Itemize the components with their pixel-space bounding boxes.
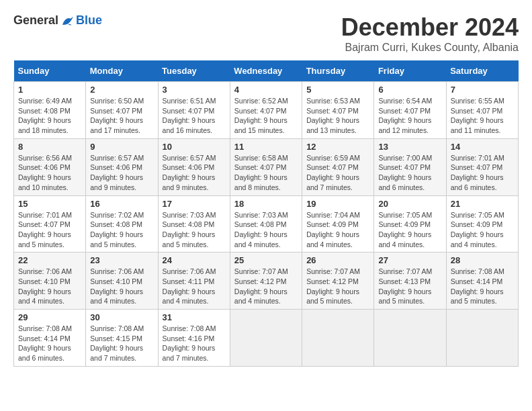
day-info: Sunrise: 7:07 AM Sunset: 4:12 PM Dayligh… — [306, 267, 369, 306]
title-section: December 2024 Bajram Curri, Kukes County… — [341, 13, 519, 54]
calendar-week-row: 15 Sunrise: 7:01 AM Sunset: 4:07 PM Dayl… — [14, 195, 519, 253]
day-info: Sunrise: 7:07 AM Sunset: 4:12 PM Dayligh… — [234, 267, 298, 306]
day-info: Sunrise: 7:06 AM Sunset: 4:10 PM Dayligh… — [90, 267, 153, 306]
page-container: General Blue December 2024 Bajram Curri,… — [13, 13, 519, 367]
table-row: 30 Sunrise: 7:08 AM Sunset: 4:15 PM Dayl… — [86, 310, 158, 367]
day-info: Sunrise: 7:03 AM Sunset: 4:08 PM Dayligh… — [163, 210, 226, 250]
day-number: 24 — [163, 255, 226, 265]
table-row: 13 Sunrise: 7:00 AM Sunset: 4:07 PM Dayl… — [374, 138, 446, 195]
day-number: 22 — [18, 255, 81, 265]
table-row: 26 Sunrise: 7:07 AM Sunset: 4:12 PM Dayl… — [302, 253, 374, 310]
table-row: 2 Sunrise: 6:50 AM Sunset: 4:07 PM Dayli… — [86, 82, 158, 139]
table-row: 25 Sunrise: 7:07 AM Sunset: 4:12 PM Dayl… — [230, 253, 302, 310]
day-number: 15 — [18, 199, 81, 209]
day-info: Sunrise: 6:50 AM Sunset: 4:07 PM Dayligh… — [90, 96, 153, 136]
table-row: 19 Sunrise: 7:04 AM Sunset: 4:09 PM Dayl… — [302, 195, 374, 253]
logo-general-text: General — [13, 13, 58, 28]
logo-blue-text: Blue — [76, 13, 102, 28]
day-info: Sunrise: 6:55 AM Sunset: 4:07 PM Dayligh… — [451, 96, 514, 136]
day-info: Sunrise: 6:59 AM Sunset: 4:07 PM Dayligh… — [306, 153, 369, 193]
table-row: 6 Sunrise: 6:54 AM Sunset: 4:07 PM Dayli… — [374, 82, 446, 139]
day-info: Sunrise: 6:52 AM Sunset: 4:07 PM Dayligh… — [234, 96, 298, 136]
day-info: Sunrise: 7:00 AM Sunset: 4:07 PM Dayligh… — [378, 153, 441, 193]
table-row: 4 Sunrise: 6:52 AM Sunset: 4:07 PM Dayli… — [230, 82, 302, 139]
day-number: 20 — [378, 199, 441, 209]
day-number: 29 — [18, 312, 81, 322]
day-number: 12 — [306, 142, 369, 152]
day-info: Sunrise: 7:08 AM Sunset: 4:14 PM Dayligh… — [18, 324, 81, 363]
day-number: 9 — [90, 142, 153, 152]
day-number: 18 — [234, 199, 298, 209]
col-friday: Friday — [374, 60, 446, 82]
table-row: 29 Sunrise: 7:08 AM Sunset: 4:14 PM Dayl… — [14, 310, 86, 367]
day-number: 6 — [378, 85, 441, 95]
day-number: 17 — [163, 199, 226, 209]
day-info: Sunrise: 7:07 AM Sunset: 4:13 PM Dayligh… — [378, 267, 441, 306]
day-info: Sunrise: 7:01 AM Sunset: 4:07 PM Dayligh… — [18, 210, 81, 250]
logo: General Blue — [13, 13, 102, 28]
day-number: 30 — [90, 312, 153, 322]
day-info: Sunrise: 7:02 AM Sunset: 4:08 PM Dayligh… — [90, 210, 153, 250]
table-row: 22 Sunrise: 7:06 AM Sunset: 4:10 PM Dayl… — [14, 253, 86, 310]
calendar-header-row: Sunday Monday Tuesday Wednesday Thursday… — [14, 60, 519, 82]
day-info: Sunrise: 6:57 AM Sunset: 4:06 PM Dayligh… — [163, 153, 226, 193]
table-row: 15 Sunrise: 7:01 AM Sunset: 4:07 PM Dayl… — [14, 195, 86, 253]
day-number: 19 — [306, 199, 369, 209]
day-number: 23 — [90, 255, 153, 265]
day-number: 8 — [18, 142, 81, 152]
table-row: 1 Sunrise: 6:49 AM Sunset: 4:08 PM Dayli… — [14, 82, 86, 139]
table-row — [446, 310, 518, 367]
day-number: 14 — [451, 142, 514, 152]
calendar-week-row: 22 Sunrise: 7:06 AM Sunset: 4:10 PM Dayl… — [14, 253, 519, 310]
day-number: 4 — [234, 85, 298, 95]
col-monday: Monday — [86, 60, 158, 82]
table-row: 14 Sunrise: 7:01 AM Sunset: 4:07 PM Dayl… — [446, 138, 518, 195]
day-number: 16 — [90, 199, 153, 209]
day-number: 13 — [378, 142, 441, 152]
table-row: 17 Sunrise: 7:03 AM Sunset: 4:08 PM Dayl… — [158, 195, 230, 253]
table-row — [374, 310, 446, 367]
table-row: 21 Sunrise: 7:05 AM Sunset: 4:09 PM Dayl… — [446, 195, 518, 253]
day-info: Sunrise: 7:01 AM Sunset: 4:07 PM Dayligh… — [451, 153, 514, 193]
day-info: Sunrise: 7:05 AM Sunset: 4:09 PM Dayligh… — [451, 210, 514, 250]
day-info: Sunrise: 6:57 AM Sunset: 4:06 PM Dayligh… — [90, 153, 153, 193]
table-row: 27 Sunrise: 7:07 AM Sunset: 4:13 PM Dayl… — [374, 253, 446, 310]
table-row: 24 Sunrise: 7:06 AM Sunset: 4:11 PM Dayl… — [158, 253, 230, 310]
calendar-week-row: 8 Sunrise: 6:56 AM Sunset: 4:06 PM Dayli… — [14, 138, 519, 195]
table-row: 18 Sunrise: 7:03 AM Sunset: 4:08 PM Dayl… — [230, 195, 302, 253]
header: General Blue December 2024 Bajram Curri,… — [13, 13, 519, 54]
day-number: 21 — [451, 199, 514, 209]
day-number: 11 — [234, 142, 298, 152]
col-saturday: Saturday — [446, 60, 518, 82]
table-row: 7 Sunrise: 6:55 AM Sunset: 4:07 PM Dayli… — [446, 82, 518, 139]
table-row: 16 Sunrise: 7:02 AM Sunset: 4:08 PM Dayl… — [86, 195, 158, 253]
day-number: 26 — [306, 255, 369, 265]
table-row: 31 Sunrise: 7:08 AM Sunset: 4:16 PM Dayl… — [158, 310, 230, 367]
table-row: 23 Sunrise: 7:06 AM Sunset: 4:10 PM Dayl… — [86, 253, 158, 310]
day-number: 5 — [306, 85, 369, 95]
day-number: 7 — [451, 85, 514, 95]
table-row: 20 Sunrise: 7:05 AM Sunset: 4:09 PM Dayl… — [374, 195, 446, 253]
col-thursday: Thursday — [302, 60, 374, 82]
table-row: 10 Sunrise: 6:57 AM Sunset: 4:06 PM Dayl… — [158, 138, 230, 195]
day-number: 25 — [234, 255, 298, 265]
table-row: 9 Sunrise: 6:57 AM Sunset: 4:06 PM Dayli… — [86, 138, 158, 195]
month-title: December 2024 — [341, 13, 519, 42]
table-row: 5 Sunrise: 6:53 AM Sunset: 4:07 PM Dayli… — [302, 82, 374, 139]
table-row: 3 Sunrise: 6:51 AM Sunset: 4:07 PM Dayli… — [158, 82, 230, 139]
day-number: 2 — [90, 85, 153, 95]
location: Bajram Curri, Kukes County, Albania — [341, 42, 519, 54]
day-info: Sunrise: 6:56 AM Sunset: 4:06 PM Dayligh… — [18, 153, 81, 193]
day-number: 27 — [378, 255, 441, 265]
col-wednesday: Wednesday — [230, 60, 302, 82]
table-row: 11 Sunrise: 6:58 AM Sunset: 4:07 PM Dayl… — [230, 138, 302, 195]
calendar-table: Sunday Monday Tuesday Wednesday Thursday… — [13, 60, 519, 367]
day-info: Sunrise: 7:08 AM Sunset: 4:14 PM Dayligh… — [451, 267, 514, 306]
day-number: 3 — [163, 85, 226, 95]
table-row: 8 Sunrise: 6:56 AM Sunset: 4:06 PM Dayli… — [14, 138, 86, 195]
col-sunday: Sunday — [14, 60, 86, 82]
table-row: 12 Sunrise: 6:59 AM Sunset: 4:07 PM Dayl… — [302, 138, 374, 195]
day-info: Sunrise: 6:54 AM Sunset: 4:07 PM Dayligh… — [378, 96, 441, 136]
day-info: Sunrise: 6:51 AM Sunset: 4:07 PM Dayligh… — [163, 96, 226, 136]
table-row — [302, 310, 374, 367]
